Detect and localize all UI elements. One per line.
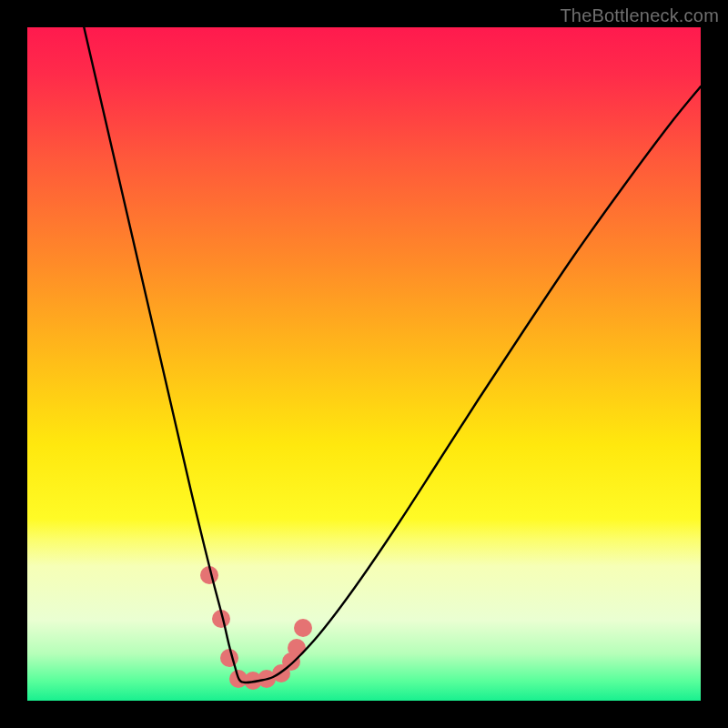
markers-group <box>200 566 312 690</box>
plot-area <box>27 27 701 701</box>
watermark-text: TheBottleneck.com <box>560 5 719 26</box>
main-curve <box>82 27 701 682</box>
chart-curve-layer <box>27 27 701 701</box>
marker-dot <box>220 649 238 667</box>
chart-frame: TheBottleneck.com <box>0 0 728 728</box>
marker-dot <box>294 619 312 637</box>
marker-dot <box>288 639 306 657</box>
